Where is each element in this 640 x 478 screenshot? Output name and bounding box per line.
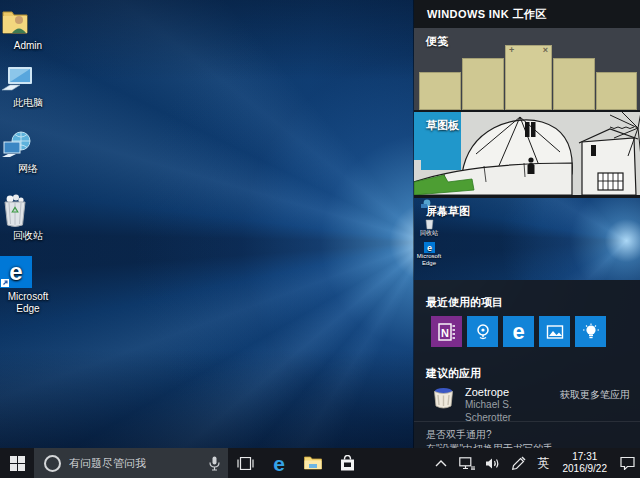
windows-desktop: Admin 此电脑 网络	[0, 0, 640, 478]
clock[interactable]: 17:31 2016/9/22	[556, 451, 615, 476]
microphone-icon[interactable]	[209, 456, 220, 471]
edge-icon: e	[0, 256, 56, 288]
note-close-icon[interactable]: ×	[543, 45, 548, 55]
store-button[interactable]	[330, 448, 364, 478]
speaker-icon	[485, 457, 500, 470]
clock-time: 17:31	[563, 451, 608, 464]
sticky-note-front: + ×	[505, 45, 552, 110]
note-add-icon[interactable]: +	[509, 45, 514, 55]
panel-lower: 最近使用的项目 N	[414, 280, 640, 448]
desktop-icon-recycle-bin[interactable]: 回收站	[0, 194, 56, 242]
windows-logo-icon	[10, 456, 25, 471]
mini-recycle-bin-icon: 回收站	[414, 219, 444, 237]
edge-icon: e	[273, 453, 285, 474]
mini-edge-icon: e Microsoft Edge	[414, 242, 444, 266]
svg-text:e: e	[9, 258, 22, 285]
start-button[interactable]	[0, 448, 34, 478]
recent-tile-edge[interactable]: e	[503, 316, 534, 347]
webcam-icon	[474, 323, 492, 341]
desktop-icon-label: 此电脑	[13, 97, 43, 108]
suggested-apps-label: 建议的应用	[426, 366, 481, 381]
panel-title: WINDOWS INK 工作区	[414, 0, 640, 28]
store-bag-icon	[340, 455, 355, 471]
sticky-note	[596, 72, 637, 110]
desktop-icon-label: Admin	[14, 40, 42, 51]
system-tray: 英 17:31 2016/9/22	[428, 448, 640, 478]
file-explorer-button[interactable]	[296, 448, 330, 478]
pen-icon	[511, 456, 526, 471]
computer-icon	[0, 66, 56, 94]
search-placeholder: 有问题尽管问我	[69, 456, 209, 471]
suggested-app-name: Zoetrope	[465, 386, 560, 399]
chevron-up-icon	[435, 460, 447, 467]
taskbar: 有问题尽管问我 e	[0, 448, 640, 478]
recent-tile-tips[interactable]	[575, 316, 606, 347]
task-view-icon	[237, 457, 254, 470]
sticky-note	[553, 58, 595, 110]
windows-ink-workspace-panel: WINDOWS INK 工作区 便笺 + ×	[413, 0, 640, 448]
network-icon	[459, 457, 475, 470]
cortana-search-box[interactable]: 有问题尽管问我	[34, 448, 228, 478]
edge-icon: e	[512, 321, 524, 343]
recycle-bin-icon	[0, 194, 56, 227]
language-indicator[interactable]: 英	[532, 455, 556, 472]
desktop-icon-admin[interactable]: Admin	[0, 7, 56, 52]
desktop-icon-edge[interactable]: e Microsoft Edge	[0, 256, 56, 314]
user-folder-icon	[0, 7, 56, 37]
recent-tile-photos[interactable]	[539, 316, 570, 347]
recent-items-label: 最近使用的项目	[426, 295, 503, 310]
windows-ink-tray-button[interactable]	[506, 448, 532, 478]
task-view-button[interactable]	[228, 448, 262, 478]
desktop-icon-label: Microsoft Edge	[8, 291, 49, 314]
recent-items-row: N e	[431, 316, 606, 347]
sketchpad-section[interactable]: 草图板	[414, 112, 640, 198]
lightbulb-icon	[582, 323, 600, 341]
action-center-icon	[620, 456, 635, 470]
photos-icon	[546, 323, 564, 341]
onenote-icon: N	[438, 323, 456, 341]
zoetrope-app-icon	[431, 386, 456, 411]
desktop-icon-label: 回收站	[13, 230, 43, 241]
sticky-note	[419, 72, 461, 110]
cortana-icon	[44, 455, 61, 472]
desktop-icon-label: 网络	[18, 163, 38, 174]
network-globe-icon	[0, 130, 56, 160]
sticky-note	[462, 58, 504, 110]
desktop-icon-this-pc[interactable]: 此电脑	[0, 66, 56, 109]
sticky-notes-section[interactable]: 便笺 + ×	[414, 28, 640, 112]
screen-sketch-label: 屏幕草图	[426, 204, 470, 219]
action-center-button[interactable]	[614, 448, 640, 478]
sticky-notes-label: 便笺	[426, 34, 448, 49]
show-hidden-icons-button[interactable]	[428, 448, 454, 478]
recent-tile-camera[interactable]	[467, 316, 498, 347]
get-more-pen-apps-link[interactable]: 获取更多笔应用	[560, 388, 630, 402]
clock-date: 2016/9/22	[563, 463, 608, 476]
network-tray-button[interactable]	[454, 448, 480, 478]
recent-tile-onenote[interactable]: N	[431, 316, 462, 347]
desktop-icon-network[interactable]: 网络	[0, 130, 56, 175]
taskbar-edge-button[interactable]: e	[262, 448, 296, 478]
sketchpad-label: 草图板	[426, 118, 459, 133]
suggested-app-row[interactable]: Zoetrope Michael S. Scherotter 获取更多笔应用	[431, 386, 630, 424]
tip-line1: 是否双手通用?	[426, 428, 628, 442]
svg-text:N: N	[441, 326, 449, 338]
screen-sketch-section[interactable]: 屏幕草图 回收站 e Microsoft Edge	[414, 198, 640, 280]
svg-text:e: e	[426, 243, 431, 253]
folder-icon	[304, 456, 322, 470]
volume-tray-button[interactable]	[480, 448, 506, 478]
